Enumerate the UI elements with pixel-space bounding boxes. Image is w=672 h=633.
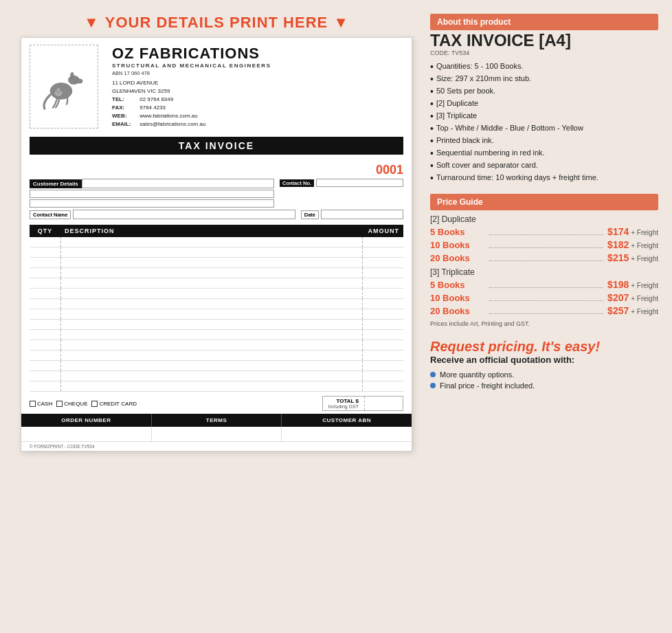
- bullet-2: Size: 297 x 210mm inc stub.: [430, 73, 658, 85]
- dup-price-row-1: 5 Books $174 + Freight: [430, 226, 658, 237]
- total-block: TOTAL $ Including GST: [322, 396, 403, 411]
- table-row: [30, 309, 403, 320]
- price-dots-3: [489, 260, 603, 261]
- credit-label: CREDIT CARD: [99, 401, 137, 407]
- customer-section: 0001 Customer Details Contact No.: [21, 159, 412, 225]
- credit-checkbox[interactable]: CREDIT CARD: [91, 401, 137, 407]
- svg-point-5: [56, 88, 60, 92]
- price-dots-6: [489, 313, 603, 314]
- invoice-header: OZ FABRICATIONS STRUCTURAL AND MECHANICA…: [21, 38, 412, 133]
- address-line1: 11 LORD AVENUE: [112, 79, 403, 87]
- total-label-area: TOTAL $ Including GST: [323, 397, 365, 410]
- dup-freight-2: + Freight: [631, 242, 658, 249]
- total-label: TOTAL $: [328, 398, 359, 404]
- table-row: [30, 330, 403, 340]
- invoice-paper: OZ FABRICATIONS STRUCTURAL AND MECHANICA…: [21, 37, 412, 452]
- email-line: EMAIL: sales@fabrications.com.au: [112, 120, 403, 129]
- trip-freight-3: + Freight: [631, 308, 658, 315]
- customer-abn-field[interactable]: [282, 427, 412, 442]
- table-row: [30, 351, 403, 361]
- tax-invoice-banner: TAX INVOICE: [30, 137, 403, 155]
- date-label: Date: [301, 210, 319, 219]
- about-header: About this product: [430, 14, 658, 30]
- trip-price-row-3: 20 Books $257 + Freight: [430, 305, 658, 316]
- company-abn: ABN 17 060 478: [112, 70, 403, 76]
- trip-price-1: $198: [607, 279, 629, 290]
- amount-header: AMOUNT: [362, 225, 403, 237]
- contact-name-field[interactable]: [73, 210, 295, 219]
- table-row: [30, 340, 403, 351]
- trip-price-2: $207: [607, 292, 629, 303]
- dup-qty-1: 5 Books: [430, 227, 485, 237]
- cash-checkbox-box: [30, 401, 36, 407]
- price-dots-4: [489, 287, 603, 288]
- table-row: [30, 381, 403, 392]
- company-tagline: STRUCTURAL AND MECHANICAL ENGINEERS: [112, 63, 403, 69]
- arrow-right-icon: ▼: [333, 14, 349, 32]
- trip-freight-2: + Freight: [631, 295, 658, 302]
- svg-point-3: [71, 72, 74, 79]
- price-dots-1: [489, 234, 603, 235]
- order-footer: ORDER NUMBER TERMS CUSTOMER ABN: [21, 414, 412, 427]
- request-bullets: More quantity options. Final price - fre…: [430, 369, 658, 391]
- invoice-table: QTY DESCRIPTION AMOUNT: [30, 225, 403, 392]
- price-dots-5: [489, 300, 603, 301]
- trip-qty-3: 20 Books: [430, 306, 485, 316]
- bullet-4: [2] Duplicate: [430, 98, 658, 110]
- dup-freight-1: + Freight: [631, 229, 658, 236]
- price-note: Prices include Art, Printing and GST.: [430, 320, 658, 327]
- order-data-row: [21, 427, 412, 442]
- dup-freight-3: + Freight: [631, 255, 658, 263]
- table-row: [30, 289, 403, 299]
- table-row: [30, 268, 403, 278]
- request-bullet-2: Final price - freight included.: [430, 380, 658, 391]
- banner-text: YOUR DETAILS PRINT HERE: [105, 14, 328, 32]
- product-bullets: Quantities: 5 - 100 Books. Size: 297 x 2…: [430, 60, 658, 184]
- trip-price-3: $257: [607, 305, 629, 316]
- dup-price-3: $215: [607, 252, 629, 263]
- cash-label: CASH: [37, 401, 52, 407]
- address-line2: GLENHAVEN VIC 3259: [112, 87, 403, 96]
- contact-no-label: Contact No.: [280, 179, 314, 187]
- table-row: [30, 237, 403, 247]
- cheque-checkbox[interactable]: CHEQUE: [56, 401, 87, 407]
- bullet-5: [3] Triplicate: [430, 110, 658, 122]
- right-panel: About this product TAX INVOICE [A4] CODE…: [430, 14, 658, 619]
- table-row: [30, 247, 403, 258]
- cheque-label: CHEQUE: [64, 401, 87, 407]
- credit-checkbox-box: [91, 401, 98, 407]
- svg-point-2: [76, 79, 83, 83]
- trip-price-row-1: 5 Books $198 + Freight: [430, 279, 658, 290]
- tel-line: TEL: 02 9764 8349: [112, 96, 403, 104]
- request-section: Request pricing. It's easy! Receive an o…: [430, 338, 658, 391]
- customer-details-field[interactable]: [82, 179, 274, 188]
- table-row: [30, 320, 403, 330]
- table-row: [30, 278, 403, 289]
- date-field[interactable]: [321, 210, 403, 219]
- logo-area: [30, 45, 98, 129]
- company-details: 11 LORD AVENUE GLENHAVEN VIC 3259 TEL: 0…: [112, 79, 403, 129]
- contact-no-field[interactable]: [316, 179, 403, 187]
- bullet-6: Top - White / Middle - Blue / Bottom - Y…: [430, 122, 658, 135]
- payment-methods: CASH CHEQUE CREDIT CARD: [30, 401, 137, 407]
- terms-col: TERMS: [152, 414, 282, 427]
- address-field-1[interactable]: [30, 190, 274, 198]
- including-gst: Including GST: [328, 404, 359, 409]
- customer-details-label: Customer Details: [30, 179, 82, 188]
- bullet-3: 50 Sets per book.: [430, 85, 658, 98]
- company-info: OZ FABRICATIONS STRUCTURAL AND MECHANICA…: [105, 45, 403, 129]
- request-bullet-1: More quantity options.: [430, 369, 658, 380]
- bullet-8: Sequential numbering in red ink.: [430, 147, 658, 159]
- dup-price-2: $182: [607, 239, 629, 250]
- bullet-1: Quantities: 5 - 100 Books.: [430, 60, 658, 73]
- order-number-field[interactable]: [21, 427, 152, 442]
- table-row: [30, 371, 403, 381]
- address-field-2[interactable]: [30, 199, 274, 208]
- cheque-checkbox-box: [56, 401, 63, 407]
- banner-title: ▼ YOUR DETAILS PRINT HERE ▼: [84, 14, 349, 32]
- price-guide-section: Price Guide [2] Duplicate 5 Books $174 +…: [430, 194, 658, 327]
- terms-field[interactable]: [152, 427, 282, 442]
- cash-checkbox[interactable]: CASH: [30, 401, 52, 407]
- fax-line: FAX: 9764 4233: [112, 104, 403, 112]
- dup-qty-3: 20 Books: [430, 253, 485, 263]
